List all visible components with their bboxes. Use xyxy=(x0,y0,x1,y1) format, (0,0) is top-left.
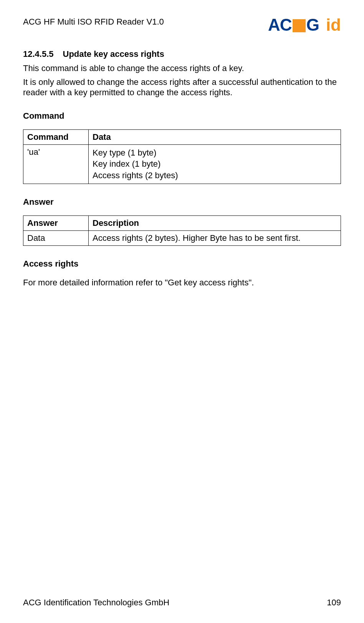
access-rights-heading: Access rights xyxy=(23,259,341,269)
company-logo: ACG id xyxy=(268,15,341,35)
command-th-data: Data xyxy=(89,129,341,144)
table-row: Data Access rights (2 bytes). Higher Byt… xyxy=(23,230,341,245)
answer-th-description: Description xyxy=(89,215,341,230)
answer-cell-desc: Access rights (2 bytes). Higher Byte has… xyxy=(89,230,341,245)
logo-part-ac: AC xyxy=(268,15,292,35)
command-heading: Command xyxy=(23,111,341,121)
table-header-row: Answer Description xyxy=(23,215,341,230)
answer-heading: Answer xyxy=(23,197,341,207)
page-footer: ACG Identification Technologies GmbH 109 xyxy=(23,598,341,608)
command-table: Command Data 'ua' Key type (1 byte) Key … xyxy=(23,129,341,184)
access-rights-paragraph: For more detailed information refer to "… xyxy=(23,277,341,288)
command-cell-data: Key type (1 byte) Key index (1 byte) Acc… xyxy=(89,144,341,184)
footer-page-number: 109 xyxy=(327,598,341,608)
answer-table: Answer Description Data Access rights (2… xyxy=(23,215,341,246)
section-number: 12.4.5.5 xyxy=(23,49,54,59)
answer-cell-ans: Data xyxy=(23,230,89,245)
section-title: Update key access rights xyxy=(63,49,164,59)
logo-acg-text: ACG xyxy=(268,15,319,35)
logo-orange-square-icon xyxy=(293,19,306,32)
table-row: 'ua' Key type (1 byte) Key index (1 byte… xyxy=(23,144,341,184)
document-title: ACG HF Multi ISO RFID Reader V1.0 xyxy=(23,15,164,27)
table-header-row: Command Data xyxy=(23,129,341,144)
answer-th-answer: Answer xyxy=(23,215,89,230)
page-header: ACG HF Multi ISO RFID Reader V1.0 ACG id xyxy=(23,15,341,35)
section-paragraph-1: This command is able to change the acces… xyxy=(23,63,341,74)
section-paragraph-2: It is only allowed to change the access … xyxy=(23,77,341,98)
logo-part-g: G xyxy=(306,15,319,35)
command-th-command: Command xyxy=(23,129,89,144)
command-cell-cmd: 'ua' xyxy=(23,144,89,184)
data-line-1: Key type (1 byte) xyxy=(93,147,337,159)
footer-company: ACG Identification Technologies GmbH xyxy=(23,598,169,608)
logo-id-text: id xyxy=(326,15,341,35)
data-line-2: Key index (1 byte) xyxy=(93,158,337,170)
section-heading: 12.4.5.5Update key access rights xyxy=(23,49,341,59)
data-line-3: Access rights (2 bytes) xyxy=(93,170,337,181)
